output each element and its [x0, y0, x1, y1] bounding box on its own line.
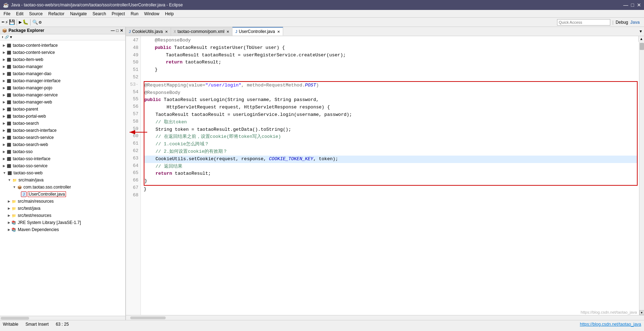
pe-item-search-interface[interactable]: ▶ ⬛ taotao-search-interface: [0, 127, 125, 134]
pe-item-manager-service[interactable]: ▶ ⬛ taotao-manager-service: [0, 91, 125, 99]
pe-item-content-interface[interactable]: ▶ ⬛ taotao-content-interface: [0, 42, 125, 49]
pe-header-buttons[interactable]: — □ ✕: [111, 28, 123, 33]
window-title: Java - taotao-sso-web/src/main/java/com/…: [11, 2, 183, 7]
pe-item-sso-service[interactable]: ▶ ⬛ taotao-sso-service: [0, 162, 125, 169]
quick-access-input[interactable]: [557, 19, 610, 26]
code-content[interactable]: @ResponseBody public TaotaoResult regist…: [141, 36, 639, 315]
code-line-54: @ResponseBody: [144, 89, 637, 97]
pe-item-manager-web[interactable]: ▶ ⬛ taotao-manager-web: [0, 99, 125, 106]
tab-close-icon[interactable]: ✕: [226, 30, 229, 34]
code-line-52: [144, 74, 638, 81]
code-scroll-area[interactable]: 47 48 49 50 51 52 53· 54 55 56 57 58 59 …: [126, 36, 639, 315]
scrollbar-thumb[interactable]: [640, 43, 644, 50]
scroll-up-button[interactable]: ▲: [638, 36, 644, 42]
pe-item-controller-package[interactable]: ▼ 📦 com.taotao.sso.controller: [0, 184, 125, 191]
menu-edit[interactable]: Edit: [14, 11, 26, 17]
menu-window[interactable]: Window: [142, 11, 161, 17]
java-perspective[interactable]: Java: [630, 20, 640, 25]
pe-h-scrollbar[interactable]: [0, 316, 125, 320]
pe-item-src-test-resources[interactable]: ▶ 📁 src/test/resources: [0, 212, 125, 219]
menu-refactor[interactable]: Refactor: [46, 11, 66, 17]
line-num: 53·: [126, 81, 138, 89]
pe-item-src-test-java[interactable]: ▶ 📁 src/test/java: [0, 205, 125, 212]
code-line-47: @ResponseBody: [144, 37, 638, 44]
v-scrollbar[interactable]: ▲ ▼: [639, 36, 644, 315]
pe-collapse-icon[interactable]: ⬆: [1, 35, 4, 39]
pe-item-jre-library[interactable]: ▶ 📚 JRE System Library [JavaSE-1.7]: [0, 219, 125, 226]
menu-file[interactable]: File: [1, 11, 12, 17]
toolbar-btn-6[interactable]: 🔍: [32, 19, 38, 25]
pe-scrollbar-thumb[interactable]: [1, 317, 29, 320]
pe-item-search-service[interactable]: ▶ ⬛ taotao-search-service: [0, 134, 125, 141]
toolbar-btn-5[interactable]: 🐛: [22, 19, 28, 25]
pe-close-icon[interactable]: ✕: [120, 28, 123, 33]
window-controls[interactable]: — □ ✕: [623, 2, 641, 8]
menu-project[interactable]: Project: [110, 11, 127, 17]
tab-cookie-utils[interactable]: J CookieUtils.java ✕: [126, 27, 171, 36]
code-line-66: }: [144, 178, 637, 185]
minimize-button[interactable]: —: [623, 2, 628, 8]
menu-help[interactable]: Help: [163, 11, 176, 17]
pe-item-manager-pojo[interactable]: ▶ ⬛ taotao-manager-pojo: [0, 84, 125, 91]
line-num: 55: [126, 96, 138, 103]
pe-item-label: taotao-sso-web: [13, 170, 43, 175]
pe-minimize-icon[interactable]: —: [111, 28, 115, 33]
pe-item-maven-dependencies[interactable]: ▶ 📚 Maven Dependencies: [0, 226, 125, 233]
menu-run[interactable]: Run: [128, 11, 141, 17]
pe-item-user-controller[interactable]: ▶ J UserController.java: [0, 191, 125, 198]
jar-icon: 📚: [11, 220, 17, 225]
editor-tabs: J CookieUtils.java ✕ X taotao-common/pom…: [126, 27, 644, 36]
pe-view-menu-icon[interactable]: ▼: [10, 35, 12, 39]
pe-item-content-service[interactable]: ▶ ⬛ taotao-content-service: [0, 49, 125, 56]
toolbar-btn-3[interactable]: 💾: [9, 19, 15, 25]
pe-item-manager-dao[interactable]: ▶ ⬛ taotao-manager-dao: [0, 70, 125, 77]
pe-content: ▶ ⬛ taotao-content-interface ▶ ⬛ taotao-…: [0, 40, 125, 316]
pe-item-sso[interactable]: ▶ ⬛ taotao-sso: [0, 148, 125, 155]
tab-close-icon[interactable]: ✕: [277, 30, 280, 34]
expand-icon: ▶: [3, 100, 5, 104]
status-smart-insert: Smart Insert: [26, 322, 49, 327]
tab-overflow-icon[interactable]: ▼: [637, 29, 644, 34]
tab-user-controller[interactable]: J UserController.java ✕: [232, 27, 283, 35]
line-num: 47: [126, 37, 138, 44]
expand-icon: ▶: [3, 114, 5, 118]
expand-icon: ▼: [8, 178, 11, 182]
pe-item-search-web[interactable]: ▶ ⬛ taotao-search-web: [0, 141, 125, 148]
menu-search[interactable]: Search: [90, 11, 108, 17]
pe-link-icon[interactable]: 🔗: [5, 35, 9, 39]
close-button[interactable]: ✕: [637, 2, 641, 8]
package-explorer-title: 📦 Package Explorer: [2, 28, 44, 33]
code-line-64: // 返回结果: [144, 163, 637, 170]
pe-item-parent[interactable]: ▶ ⬛ taotao-parent: [0, 106, 125, 113]
expand-icon: ▼: [3, 171, 6, 175]
code-line-61: // 1.cookie怎么跨域？: [144, 141, 637, 148]
toolbar-btn-4[interactable]: ▶: [19, 19, 22, 25]
pe-item-src-main-java[interactable]: ▼ 📁 src/main/java: [0, 176, 125, 184]
pe-maximize-icon[interactable]: □: [116, 28, 119, 33]
pe-item-item-web[interactable]: ▶ ⬛ taotao-item-web: [0, 56, 125, 63]
project-icon: ⬛: [6, 120, 12, 126]
tab-label: CookieUtils.java: [132, 29, 163, 34]
pe-item-portal-web[interactable]: ▶ ⬛ taotao-portal-web: [0, 113, 125, 120]
pe-item-manager-interface[interactable]: ▶ ⬛ taotao-manager-interface: [0, 77, 125, 84]
tab-pom-xml[interactable]: X taotao-common/pom.xml ✕: [171, 27, 233, 36]
toolbar-btn-1[interactable]: ⬅: [1, 19, 4, 25]
project-icon: ⬛: [6, 156, 12, 162]
tab-close-icon[interactable]: ✕: [165, 30, 168, 34]
h-scrollbar[interactable]: [126, 315, 644, 320]
menu-source[interactable]: Source: [27, 11, 45, 17]
pe-item-src-main-resources[interactable]: ▶ 📁 src/main/resources: [0, 198, 125, 205]
pe-item-sso-web[interactable]: ▼ ⬛ taotao-sso-web: [0, 169, 125, 176]
h-scrollbar-thumb[interactable]: [130, 316, 166, 319]
debug-perspective[interactable]: Debug: [616, 20, 628, 25]
toolbar-btn-7[interactable]: ⚙: [39, 19, 42, 25]
toolbar-btn-2[interactable]: ⚡: [5, 19, 8, 25]
pe-item-sso-interface[interactable]: ▶ ⬛ taotao-sso-interface: [0, 155, 125, 162]
scroll-down-arrow[interactable]: ▼: [639, 310, 644, 315]
menu-navigate[interactable]: Navigate: [68, 11, 89, 17]
expand-icon: ▶: [3, 129, 5, 132]
pe-item-manager[interactable]: ▶ ⬛ taotao-manager: [0, 63, 125, 70]
pe-item-search[interactable]: ▶ ⬛ taotao-search: [0, 120, 125, 127]
maximize-button[interactable]: □: [631, 2, 634, 8]
expand-icon: ▶: [3, 86, 5, 90]
